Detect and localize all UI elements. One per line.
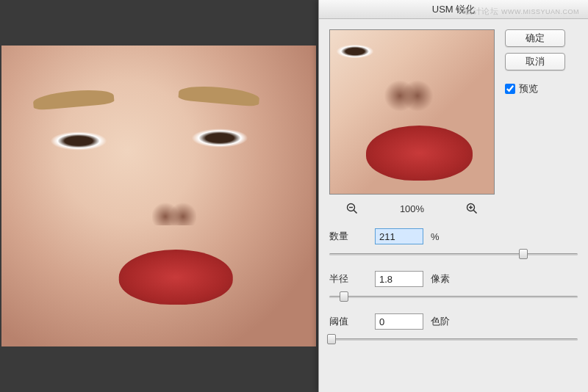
svg-line-4	[473, 210, 476, 213]
threshold-unit: 色阶	[431, 315, 450, 328]
radius-slider[interactable]	[329, 290, 578, 303]
amount-slider-thumb[interactable]	[519, 249, 528, 259]
radius-unit: 像素	[431, 272, 450, 286]
ok-button[interactable]: 确定	[505, 29, 565, 47]
amount-unit: %	[431, 231, 440, 242]
zoom-level: 100%	[400, 203, 424, 214]
zoom-out-icon[interactable]	[345, 202, 359, 215]
zoom-in-icon[interactable]	[465, 202, 478, 215]
threshold-slider[interactable]	[329, 333, 578, 346]
amount-input[interactable]	[375, 228, 423, 244]
radius-input[interactable]	[375, 271, 423, 287]
preview-label: 预览	[519, 82, 538, 95]
radius-slider-thumb[interactable]	[340, 291, 348, 302]
preview-checkbox[interactable]	[505, 84, 515, 94]
radius-label: 半径	[329, 272, 370, 286]
canvas-image	[1, 46, 316, 346]
threshold-label: 阈值	[329, 315, 370, 328]
svg-line-1	[354, 210, 356, 213]
preview-checkbox-row[interactable]: 预览	[505, 82, 565, 95]
amount-slider[interactable]	[329, 247, 578, 261]
document-canvas[interactable]	[0, 0, 318, 392]
threshold-input[interactable]	[375, 313, 423, 330]
preview-thumbnail[interactable]	[329, 29, 495, 195]
cancel-button[interactable]: 取消	[505, 53, 565, 70]
watermark-text: 设计论坛WWW.MISSYUAN.COM	[465, 6, 579, 17]
usm-sharpen-dialog: USM 锐化 确定 取消 预览	[318, 0, 588, 392]
amount-label: 数量	[329, 230, 370, 243]
threshold-slider-thumb[interactable]	[327, 334, 336, 344]
